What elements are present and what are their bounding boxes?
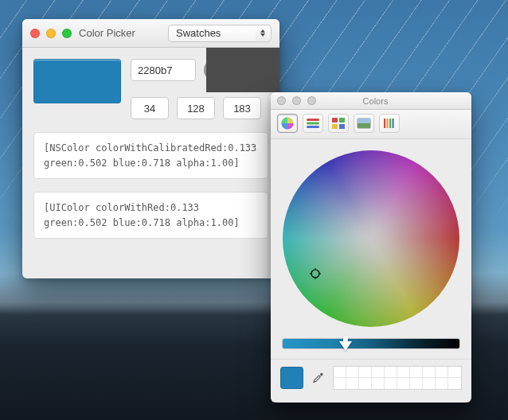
image-palettes-tab[interactable] [354, 114, 374, 133]
svg-rect-16 [389, 119, 391, 128]
pencils-tab[interactable] [379, 114, 400, 133]
svg-rect-13 [358, 119, 370, 123]
color-wheel[interactable] [283, 150, 459, 327]
swatch-cell[interactable] [334, 367, 346, 378]
pencils-icon [382, 117, 397, 130]
swatch-cell[interactable] [372, 367, 385, 378]
color-picker-window: Color Picker Swatches [22, 19, 279, 278]
swatch-cell[interactable] [410, 378, 423, 389]
swatch-cell[interactable] [346, 367, 359, 378]
swatch-cell[interactable] [372, 378, 385, 389]
blue-field[interactable] [223, 97, 261, 119]
swatch-cell[interactable] [410, 367, 423, 378]
toolbar-dark-area [206, 48, 279, 92]
swatch-cell[interactable] [436, 378, 448, 389]
nscolor-code[interactable]: [NSColor colorWithCalibratedRed:0.133 gr… [33, 132, 268, 179]
svg-point-18 [311, 270, 319, 278]
svg-rect-6 [332, 118, 338, 122]
svg-rect-14 [384, 119, 385, 128]
color-preview-swatch[interactable] [33, 59, 121, 103]
svg-rect-17 [393, 119, 394, 128]
swatch-cell[interactable] [423, 378, 436, 389]
close-icon[interactable] [30, 29, 40, 38]
palettes-icon [331, 117, 346, 130]
hex-field[interactable] [131, 59, 196, 81]
swatch-cell[interactable] [448, 378, 461, 389]
swatch-cell[interactable] [397, 367, 410, 378]
swatch-cell[interactable] [334, 378, 346, 389]
eyedropper-icon[interactable] [311, 370, 325, 386]
close-icon[interactable] [277, 96, 286, 105]
svg-rect-4 [307, 122, 319, 125]
svg-rect-15 [387, 119, 389, 128]
uicolor-code[interactable]: [UIColor colorWithRed:0.133 green:0.502 … [33, 192, 268, 239]
swatch-cell[interactable] [346, 378, 359, 389]
colors-window-title: Colors [286, 96, 465, 106]
image-icon [357, 118, 371, 129]
swatch-cell[interactable] [359, 367, 372, 378]
format-select[interactable]: Swatches [168, 25, 272, 42]
wheel-cursor-icon [310, 268, 321, 279]
svg-rect-8 [332, 124, 338, 129]
color-sliders-tab[interactable] [303, 114, 323, 133]
color-wheel-tab[interactable] [277, 114, 298, 133]
colors-titlebar[interactable]: Colors [271, 92, 471, 110]
color-picker-mode-toolbar [271, 110, 471, 139]
brightness-slider-area [271, 332, 471, 359]
swatch-cell[interactable] [385, 367, 397, 378]
saved-swatches-grid[interactable] [333, 366, 462, 390]
sliders-icon [306, 118, 320, 129]
svg-rect-3 [307, 119, 319, 121]
swatch-cell[interactable] [423, 367, 436, 378]
svg-rect-9 [339, 124, 345, 129]
swatch-cell[interactable] [385, 378, 397, 389]
swatch-cell[interactable] [448, 367, 461, 378]
swatch-cell[interactable] [397, 378, 410, 389]
green-field[interactable] [177, 97, 215, 119]
colors-panel-window: Colors [271, 92, 471, 402]
brightness-thumb[interactable] [339, 336, 352, 352]
brightness-slider[interactable] [282, 338, 460, 349]
color-palettes-tab[interactable] [328, 114, 349, 133]
current-color-swatch[interactable] [280, 367, 303, 389]
window-title: Color Picker [46, 27, 168, 39]
red-field[interactable] [131, 97, 169, 119]
color-wheel-icon [280, 116, 295, 130]
titlebar[interactable]: Color Picker Swatches [22, 19, 279, 48]
svg-rect-11 [358, 123, 370, 128]
swatch-row [271, 359, 471, 399]
chevron-up-down-icon [256, 26, 270, 41]
color-wheel-area [271, 139, 471, 332]
svg-rect-5 [307, 126, 319, 128]
swatch-cell[interactable] [436, 367, 448, 378]
swatch-cell[interactable] [359, 378, 372, 389]
svg-rect-7 [339, 118, 345, 122]
